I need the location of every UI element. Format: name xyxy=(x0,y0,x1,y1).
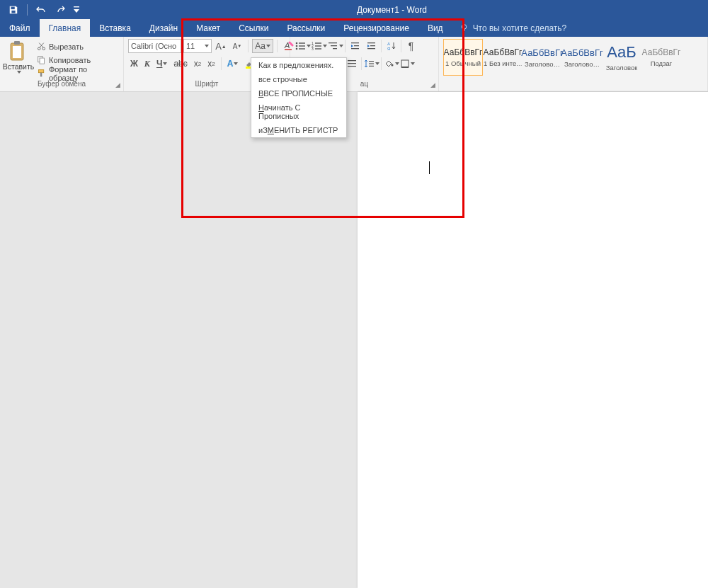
underline-button[interactable]: Ч xyxy=(154,57,169,71)
format-painter-label: Формат по образцу xyxy=(49,65,118,82)
svg-rect-30 xyxy=(354,45,359,46)
paste-icon xyxy=(8,40,28,62)
paste-button[interactable]: Вставить xyxy=(4,39,33,79)
tab-mailings[interactable]: Рассылки xyxy=(278,19,334,37)
tell-me-search[interactable]: Что вы хотите сделать? xyxy=(452,19,567,37)
style-title[interactable]: АаБЗаголовок xyxy=(602,39,641,76)
tab-review[interactable]: Рецензирование xyxy=(334,19,418,37)
tell-me-placeholder: Что вы хотите сделать? xyxy=(473,23,567,33)
svg-rect-47 xyxy=(348,63,356,64)
style-heading1[interactable]: АаБбВвГгЗаголово… xyxy=(523,39,562,76)
case-capitalize[interactable]: Начинать С Прописных xyxy=(251,100,346,123)
qat-separator xyxy=(27,4,28,16)
svg-point-14 xyxy=(296,42,298,45)
copy-button[interactable]: Копировать xyxy=(35,54,119,66)
separator xyxy=(381,57,382,70)
superscript-button[interactable]: x2 xyxy=(205,57,217,71)
svg-rect-33 xyxy=(370,45,375,46)
svg-rect-17 xyxy=(299,45,305,46)
undo-icon[interactable] xyxy=(32,1,50,18)
svg-rect-2 xyxy=(463,29,464,30)
format-painter-button[interactable]: Формат по образцу xyxy=(35,67,119,79)
style-subtitle[interactable]: АаБбВвГгПодзаг xyxy=(641,39,681,76)
svg-rect-5 xyxy=(13,46,21,58)
font-name-combo[interactable]: Calibri (Осно xyxy=(128,39,181,53)
decrease-indent-button[interactable] xyxy=(347,39,363,53)
shading-button[interactable] xyxy=(383,57,399,71)
case-uppercase[interactable]: ВВСЕ ПРОПИСНЫЕ xyxy=(251,86,346,100)
style-heading2[interactable]: АаБбВвГгЗаголово… xyxy=(562,39,602,76)
tab-insert[interactable]: Вставка xyxy=(90,19,140,37)
text-effects-button[interactable]: A xyxy=(225,57,241,71)
separator xyxy=(277,40,278,52)
lightbulb-icon xyxy=(459,23,469,33)
svg-rect-32 xyxy=(367,42,375,43)
svg-rect-25 xyxy=(315,48,321,49)
qat-customize-icon[interactable] xyxy=(72,1,81,18)
font-group-label: Шрифт xyxy=(195,80,219,88)
tab-layout[interactable]: Макет xyxy=(187,19,229,37)
cut-button[interactable]: Вырезать xyxy=(35,40,119,52)
paragraph-dialog-launcher[interactable]: ◢ xyxy=(430,81,435,88)
separator xyxy=(345,40,346,52)
svg-rect-11 xyxy=(40,73,42,77)
svg-rect-29 xyxy=(351,42,359,43)
show-paragraph-marks-button[interactable]: ¶ xyxy=(403,39,419,53)
tab-file[interactable]: Файл xyxy=(0,19,40,37)
case-sentence[interactable]: Как в предложениях. xyxy=(251,58,346,72)
italic-button[interactable]: К xyxy=(142,57,152,71)
redo-icon[interactable] xyxy=(52,1,70,18)
text-cursor xyxy=(429,161,430,174)
copy-label: Копировать xyxy=(49,56,91,64)
numbering-button[interactable]: 123 xyxy=(311,39,327,53)
svg-text:Я: Я xyxy=(387,47,390,51)
font-size-combo[interactable]: 11 xyxy=(183,39,212,53)
clipboard-dialog-launcher[interactable]: ◢ xyxy=(115,81,120,88)
shrink-font-button[interactable]: A▼ xyxy=(230,39,244,53)
case-toggle[interactable]: иЗМЕНИТЬ РЕГИСТР xyxy=(251,123,346,137)
tab-home[interactable]: Главная xyxy=(40,19,91,37)
subscript-button[interactable]: x2 xyxy=(192,57,203,71)
clipboard-group-label: Буфер обмена xyxy=(38,80,86,88)
separator xyxy=(361,57,362,70)
separator xyxy=(248,40,249,52)
separator xyxy=(381,40,382,52)
svg-rect-23 xyxy=(315,45,321,46)
style-normal[interactable]: АаБбВвГг1 Обычный xyxy=(443,39,483,76)
svg-rect-31 xyxy=(351,48,359,49)
separator xyxy=(221,57,222,70)
chevron-down-icon xyxy=(17,71,21,74)
change-case-button[interactable]: Aa xyxy=(252,39,273,53)
svg-rect-15 xyxy=(299,42,305,43)
svg-rect-27 xyxy=(331,45,337,46)
svg-rect-4 xyxy=(14,41,20,45)
svg-text:A: A xyxy=(387,42,390,46)
document-page[interactable] xyxy=(358,92,708,588)
svg-rect-34 xyxy=(367,48,375,49)
separator xyxy=(401,40,401,52)
cut-label: Вырезать xyxy=(49,42,84,51)
tab-references[interactable]: Ссылки xyxy=(229,19,278,37)
style-no-spacing[interactable]: АаБбВвГг1 Без инте… xyxy=(483,39,523,76)
svg-rect-49 xyxy=(369,61,374,62)
document-title: Документ1 - Word xyxy=(81,5,708,15)
line-spacing-button[interactable] xyxy=(363,57,379,71)
bold-button[interactable]: Ж xyxy=(128,57,140,71)
paste-label: Вставить xyxy=(3,62,35,71)
save-icon[interactable] xyxy=(4,1,23,18)
tab-design[interactable]: Дизайн xyxy=(140,19,187,37)
svg-rect-28 xyxy=(333,48,337,49)
multilevel-list-button[interactable] xyxy=(327,39,343,53)
svg-rect-9 xyxy=(40,58,45,64)
scissors-icon xyxy=(37,42,46,51)
increase-indent-button[interactable] xyxy=(363,39,379,53)
svg-rect-26 xyxy=(329,42,337,43)
bullets-button[interactable] xyxy=(295,39,311,53)
strikethrough-button[interactable]: abc xyxy=(171,57,189,71)
svg-point-7 xyxy=(42,47,45,50)
sort-button[interactable]: AЯ xyxy=(383,39,399,53)
grow-font-button[interactable]: A▲ xyxy=(214,39,228,53)
borders-button[interactable] xyxy=(399,57,416,71)
case-lowercase[interactable]: все строчные xyxy=(251,72,346,86)
tab-view[interactable]: Вид xyxy=(418,19,452,37)
